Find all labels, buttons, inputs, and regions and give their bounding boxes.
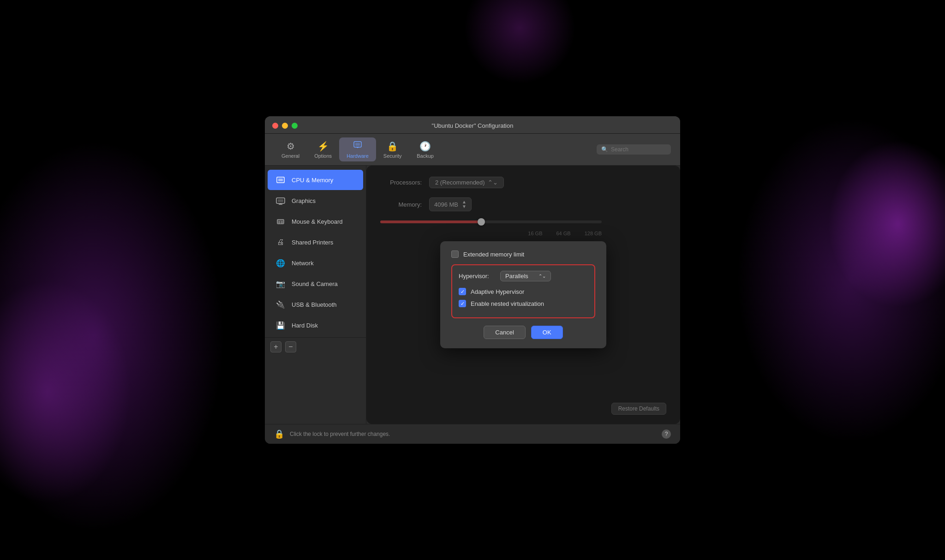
toolbar-hardware-label: Hardware xyxy=(347,153,369,159)
sidebar-hard-disk-label: Hard Disk xyxy=(292,322,318,329)
network-icon: 🌐 xyxy=(275,257,286,268)
sidebar-item-network[interactable]: 🌐 Network xyxy=(268,253,363,273)
window-title: "Ubuntu Docker" Configuration xyxy=(432,122,514,129)
sidebar-footer: + − xyxy=(265,337,366,356)
sidebar-item-hard-disk[interactable]: 💾 Hard Disk xyxy=(268,315,363,335)
add-item-button[interactable]: + xyxy=(270,341,281,352)
mouse-keyboard-icon xyxy=(275,216,286,227)
sidebar-mouse-keyboard-label: Mouse & Keyboard xyxy=(292,218,343,225)
sidebar-sound-camera-label: Sound & Camera xyxy=(292,280,338,287)
graphics-icon xyxy=(275,195,286,206)
dialog-buttons: Cancel OK xyxy=(451,326,595,339)
svg-rect-7 xyxy=(278,199,283,202)
hypervisor-row: Hypervisor: Parallels ⌃⌄ xyxy=(459,271,588,281)
security-icon: 🔒 xyxy=(387,141,398,152)
nested-virtualization-checkbox[interactable]: ✓ xyxy=(459,300,466,307)
svg-rect-5 xyxy=(278,179,283,181)
toolbar-item-options[interactable]: ⚡ Options xyxy=(307,138,339,161)
sidebar-item-graphics[interactable]: Graphics xyxy=(268,191,363,211)
window-controls xyxy=(272,123,298,129)
hypervisor-dropdown[interactable]: Parallels ⌃⌄ xyxy=(500,271,551,281)
main-panel: Processors: 2 (Recommended) ⌃⌄ Memory: 4… xyxy=(366,166,680,424)
sidebar-shared-printers-label: Shared Printers xyxy=(292,239,333,246)
toolbar-options-label: Options xyxy=(314,153,332,159)
search-input[interactable] xyxy=(611,146,666,153)
status-bar: 🔒 Click the lock to prevent further chan… xyxy=(265,424,680,444)
sidebar: CPU & Memory Graphics xyxy=(265,166,366,424)
adaptive-hypervisor-checkbox[interactable]: ✓ xyxy=(459,288,466,295)
extended-memory-checkbox[interactable] xyxy=(451,250,459,258)
nested-virtualization-label: Enable nested virtualization xyxy=(471,300,544,307)
cpu-memory-icon xyxy=(275,174,286,185)
backup-icon: 🕐 xyxy=(419,141,431,152)
sidebar-cpu-memory-label: CPU & Memory xyxy=(292,177,333,184)
help-button[interactable]: ? xyxy=(662,429,671,439)
hypervisor-section: Hypervisor: Parallels ⌃⌄ ✓ Adaptive Hype… xyxy=(451,264,595,318)
adaptive-hypervisor-row: ✓ Adaptive Hypervisor xyxy=(459,288,588,295)
nested-virtualization-row: ✓ Enable nested virtualization xyxy=(459,300,588,307)
sound-camera-icon: 📷 xyxy=(275,278,286,289)
svg-rect-10 xyxy=(277,220,284,224)
svg-rect-1 xyxy=(355,143,360,146)
content-area: CPU & Memory Graphics xyxy=(265,166,680,424)
remove-item-button[interactable]: − xyxy=(285,341,296,352)
maximize-button[interactable] xyxy=(292,123,298,129)
ok-button[interactable]: OK xyxy=(531,326,563,339)
title-bar: "Ubuntu Docker" Configuration xyxy=(265,116,680,134)
sidebar-network-label: Network xyxy=(292,260,314,267)
search-box[interactable]: 🔍 xyxy=(597,144,671,155)
toolbar-backup-label: Backup xyxy=(417,153,434,159)
shared-printers-icon: 🖨 xyxy=(275,237,286,248)
hypervisor-label: Hypervisor: xyxy=(459,273,496,280)
toolbar-item-backup[interactable]: 🕐 Backup xyxy=(409,138,442,161)
hardware-icon xyxy=(353,140,362,152)
toolbar: ⚙ General ⚡ Options Hardware 🔒 Security … xyxy=(265,134,680,166)
dialog-overlay: Extended memory limit Hypervisor: Parall… xyxy=(366,166,680,424)
lock-icon[interactable]: 🔒 xyxy=(274,429,284,439)
search-icon: 🔍 xyxy=(601,146,608,153)
toolbar-general-label: General xyxy=(281,153,299,159)
hard-disk-icon: 💾 xyxy=(275,320,286,331)
sidebar-item-sound-camera[interactable]: 📷 Sound & Camera xyxy=(268,274,363,294)
general-icon: ⚙ xyxy=(287,141,295,152)
sidebar-item-usb-bluetooth[interactable]: 🔌 USB & Bluetooth xyxy=(268,294,363,315)
extended-memory-label: Extended memory limit xyxy=(463,251,524,258)
sidebar-usb-bluetooth-label: USB & Bluetooth xyxy=(292,301,337,308)
toolbar-item-security[interactable]: 🔒 Security xyxy=(376,138,409,161)
dialog: Extended memory limit Hypervisor: Parall… xyxy=(440,241,606,348)
sidebar-item-cpu-memory[interactable]: CPU & Memory xyxy=(268,170,363,190)
main-window: "Ubuntu Docker" Configuration ⚙ General … xyxy=(265,116,680,444)
extended-memory-row: Extended memory limit xyxy=(451,250,595,258)
options-icon: ⚡ xyxy=(317,141,329,152)
toolbar-item-hardware[interactable]: Hardware xyxy=(339,137,376,161)
cancel-button[interactable]: Cancel xyxy=(484,326,525,339)
sidebar-graphics-label: Graphics xyxy=(292,197,316,204)
close-button[interactable] xyxy=(272,123,278,129)
sidebar-item-shared-printers[interactable]: 🖨 Shared Printers xyxy=(268,232,363,252)
status-text: Click the lock to prevent further change… xyxy=(290,431,656,437)
hypervisor-chevron-icon: ⌃⌄ xyxy=(538,274,546,279)
adaptive-hypervisor-label: Adaptive Hypervisor xyxy=(471,288,524,295)
toolbar-item-general[interactable]: ⚙ General xyxy=(274,138,307,161)
toolbar-security-label: Security xyxy=(383,153,402,159)
usb-bluetooth-icon: 🔌 xyxy=(275,299,286,310)
minimize-button[interactable] xyxy=(282,123,288,129)
hypervisor-value: Parallels xyxy=(505,273,528,280)
sidebar-item-mouse-keyboard[interactable]: Mouse & Keyboard xyxy=(268,211,363,232)
